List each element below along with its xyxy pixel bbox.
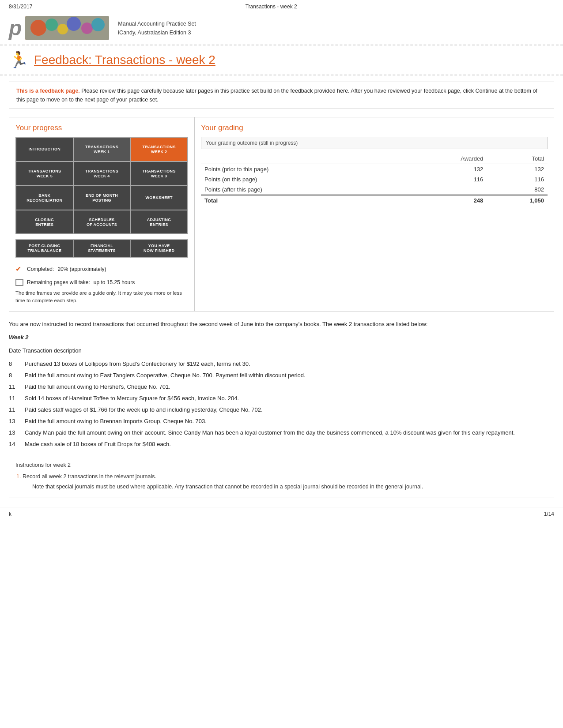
map-cell-worksheet: Worksheet xyxy=(130,186,188,210)
completed-label: Completed: xyxy=(27,264,54,274)
progress-legend: ✔ Completed: 20% (approximately) Remaini… xyxy=(15,262,188,305)
progress-note: The time frames we provide are a guide o… xyxy=(15,289,188,305)
svg-point-3 xyxy=(57,24,68,34)
row1-label: Points (prior to this page) xyxy=(201,164,403,175)
progress-column: Your progress Introduction TransactionsW… xyxy=(9,117,195,311)
grading-outcome-box: Your grading outcome (still in progress) xyxy=(201,137,548,149)
page-title-top: Transactions - week 2 xyxy=(32,4,510,10)
transaction-date: 13 xyxy=(9,417,18,426)
map-cell-transactions-week5: TransactionsWeek 5 xyxy=(16,161,73,186)
map-cell-closing-entries: ClosingEntries xyxy=(16,210,73,234)
map-cell-schedules: Schedulesof Accounts xyxy=(73,210,131,234)
instructions-list: Record all week 2 transactions in the re… xyxy=(23,472,548,491)
completed-value: 20% (approximately) xyxy=(57,264,106,274)
list-item: 8 Purchased 13 boxes of Lollipops from S… xyxy=(9,359,554,369)
transaction-desc: Made cash sale of 18 boxes of Fruit Drop… xyxy=(25,439,554,449)
clock-icon xyxy=(15,279,23,286)
progress-map-grid: Introduction TransactionsWeek 1 Transact… xyxy=(16,137,188,233)
grading-table: Awarded Total Points (prior to this page… xyxy=(201,154,548,206)
logo-text: Manual Accounting Practice Set iCandy, A… xyxy=(118,19,196,37)
remaining-legend-row: Remaining pages will take: up to 15.25 h… xyxy=(15,277,188,288)
transaction-desc: Paid sales staff wages of $1,766 for the… xyxy=(25,405,554,415)
logo-area: p Manual Accounting Practice Set iCandy,… xyxy=(0,11,563,45)
table-row: Points (after this page) – 802 xyxy=(201,184,548,195)
instruction-note-1: Note that special journals must be used … xyxy=(32,483,548,491)
transaction-date: 14 xyxy=(9,439,18,449)
map-cell-transactions-week1: TransactionsWeek 1 xyxy=(73,137,131,161)
transaction-date: 11 xyxy=(9,405,18,415)
map-cell-financial-statements: FinancialStatements xyxy=(73,240,131,257)
transaction-desc: Paid the full amount owing to Brennan Im… xyxy=(25,417,554,426)
map-cell-introduction: Introduction xyxy=(16,137,73,161)
logo-subtitle2: iCandy, Australasian Edition 3 xyxy=(118,28,196,37)
svg-point-4 xyxy=(67,17,81,31)
transaction-date: 11 xyxy=(9,394,18,403)
list-item: 11 Sold 14 boxes of Hazelnut Toffee to M… xyxy=(9,394,554,403)
feedback-notice: This is a feedback page. Please review t… xyxy=(9,82,554,109)
map-cell-transactions-week3: TransactionsWeek 3 xyxy=(130,161,188,186)
list-item: 8 Paid the full amount owing to East Tan… xyxy=(9,371,554,380)
transaction-desc: Candy Man paid the full amount owing on … xyxy=(25,428,554,438)
date-stamp: 8/31/2017 xyxy=(9,4,32,10)
total-awarded: 248 xyxy=(403,195,487,206)
row1-awarded: 132 xyxy=(403,164,487,175)
progress-map: Introduction TransactionsWeek 1 Transact… xyxy=(15,137,188,234)
transaction-date: 11 xyxy=(9,382,18,392)
instructions-box: Instructions for week 2 Record all week … xyxy=(9,456,554,499)
week-label: Week 2 xyxy=(9,333,554,342)
instructions-title: Instructions for week 2 xyxy=(15,461,548,469)
grading-table-header: Awarded Total xyxy=(201,154,548,164)
feedback-body: Please review this page carefully becaus… xyxy=(16,88,537,103)
map-cell-post-closing: Post-ClosingTrial Balance xyxy=(16,240,73,257)
page-number: 1/14 xyxy=(544,511,554,517)
remaining-value: up to 15.25 hours xyxy=(94,277,135,288)
logo-image xyxy=(25,16,109,40)
list-item: 14 Made cash sale of 18 boxes of Fruit D… xyxy=(9,439,554,449)
transaction-date: 8 xyxy=(9,371,18,380)
row3-total: 802 xyxy=(487,184,548,195)
map-cell-adjusting-entries: AdjustingEntries xyxy=(130,210,188,234)
grading-title: Your grading xyxy=(201,124,548,132)
map-cell-transactions-week4: TransactionsWeek 4 xyxy=(73,161,131,186)
main-content: You are now instructed to record transac… xyxy=(0,319,563,450)
svg-point-2 xyxy=(45,19,58,31)
transaction-desc: Purchased 13 boxes of Lollipops from Spu… xyxy=(25,359,554,369)
transaction-date: 8 xyxy=(9,359,18,369)
transaction-list: 8 Purchased 13 boxes of Lollipops from S… xyxy=(9,359,554,450)
map-cell-bank-reconciliation: BankReconciliation xyxy=(16,186,73,210)
transaction-desc: Sold 14 boxes of Hazelnut Toffee to Merc… xyxy=(25,394,554,403)
feedback-highlight: This is a feedback page. xyxy=(16,88,80,94)
completed-legend-row: ✔ Completed: 20% (approximately) xyxy=(15,262,188,276)
col-label xyxy=(201,154,403,164)
svg-point-5 xyxy=(81,23,93,34)
map-cell-finished: You HaveNow Finished xyxy=(130,240,188,257)
checkmark-icon: ✔ xyxy=(15,262,23,276)
row1-total: 132 xyxy=(487,164,548,175)
bottom-left: k xyxy=(9,511,11,517)
map-cell-end-of-month: End of MonthPosting xyxy=(73,186,131,210)
transaction-date: 13 xyxy=(9,428,18,438)
svg-point-6 xyxy=(91,18,105,31)
table-row: Points (on this page) 116 116 xyxy=(201,174,548,184)
two-column-section: Your progress Introduction TransactionsW… xyxy=(9,117,554,311)
progress-title: Your progress xyxy=(15,124,188,132)
instruction-text-1: Record all week 2 transactions in the re… xyxy=(23,473,156,480)
row2-awarded: 116 xyxy=(403,174,487,184)
list-item: 11 Paid sales staff wages of $1,766 for … xyxy=(9,405,554,415)
row2-total: 116 xyxy=(487,174,548,184)
row3-label: Points (after this page) xyxy=(201,184,403,195)
bottom-bar: k 1/14 xyxy=(0,507,563,521)
transaction-desc: Paid the full amount owing to Hershel's,… xyxy=(25,382,554,392)
list-item: 13 Candy Man paid the full amount owing … xyxy=(9,428,554,438)
grading-column: Your grading Your grading outcome (still… xyxy=(195,117,554,311)
remaining-label: Remaining pages will take: xyxy=(27,277,90,288)
date-header: Date Transaction description xyxy=(9,346,554,356)
table-row: Points (prior to this page) 132 132 xyxy=(201,164,548,175)
map-cell-transactions-week2: TransactionsWeek 2 xyxy=(130,137,188,161)
instruction-item-1: Record all week 2 transactions in the re… xyxy=(23,472,548,491)
page-heading: 🏃 Feedback: Transactions - week 2 xyxy=(0,45,563,75)
page-heading-title: Feedback: Transactions - week 2 xyxy=(34,53,215,67)
total-label: Total xyxy=(201,195,403,206)
logo-letter: p xyxy=(9,16,22,40)
list-item: 13 Paid the full amount owing to Brennan… xyxy=(9,417,554,426)
